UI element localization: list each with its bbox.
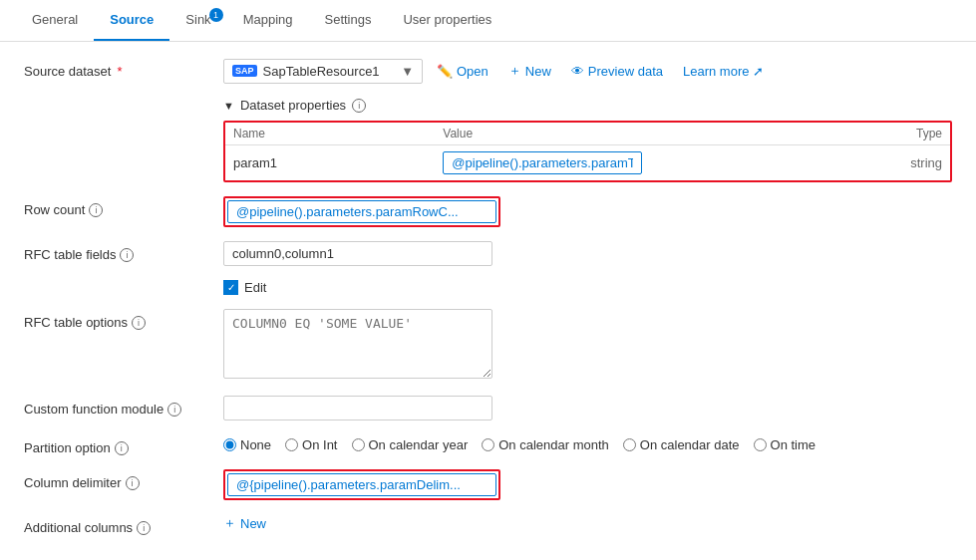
custom-function-input[interactable] [223, 396, 492, 420]
prop-table-header: Name Value Type [225, 123, 950, 145]
prop-table-row-param1: param1 string [225, 145, 950, 180]
source-dataset-label: Source dataset * [24, 58, 223, 79]
external-link-icon: ➚ [753, 64, 764, 79]
sap-icon: SAP [232, 65, 257, 77]
column-delimiter-label: Column delimiter i [24, 469, 223, 490]
custom-function-row: Custom function module i [24, 396, 952, 420]
preview-icon: 👁 [571, 64, 584, 79]
additional-columns-row: Additional columns i ＋ New [24, 514, 952, 535]
partition-option-label: Partition option i [24, 434, 223, 455]
rfc-table-fields-control [223, 241, 952, 266]
tab-sink[interactable]: Sink 1 [169, 0, 226, 41]
new-button[interactable]: ＋ New [502, 58, 557, 84]
source-dataset-row: Source dataset * SAP SapTableResource1 ▼… [24, 58, 952, 84]
column-delimiter-input[interactable] [227, 473, 496, 496]
partition-option-row: Partition option i None On Int On calend… [24, 434, 952, 455]
row-count-input[interactable] [227, 200, 496, 223]
rfc-table-fields-row: RFC table fields i [24, 241, 952, 266]
edit-icon: ✏️ [437, 64, 453, 79]
radio-on-calendar-year[interactable]: On calendar year [352, 437, 469, 452]
additional-columns-info-icon[interactable]: i [137, 521, 151, 535]
radio-none[interactable]: None [223, 437, 271, 452]
rfc-table-fields-label: RFC table fields i [24, 241, 223, 262]
open-button[interactable]: ✏️ Open [431, 60, 494, 83]
row-count-row: Row count i [24, 196, 952, 227]
dataset-properties-info-icon[interactable]: i [352, 99, 366, 113]
radio-on-calendar-date[interactable]: On calendar date [623, 437, 740, 452]
row-count-info-icon[interactable]: i [89, 203, 103, 217]
rfc-table-options-info-icon[interactable]: i [132, 316, 146, 330]
plus-new-icon: ＋ [223, 514, 236, 532]
tab-user-properties[interactable]: User properties [387, 0, 507, 41]
row-count-control [223, 196, 952, 227]
sink-badge: 1 [209, 8, 223, 22]
tab-mapping[interactable]: Mapping [227, 0, 309, 41]
chevron-down-icon: ▼ [401, 64, 414, 79]
rfc-table-fields-info-icon[interactable]: i [120, 248, 134, 262]
row-count-label: Row count i [24, 196, 223, 217]
radio-on-calendar-month[interactable]: On calendar month [482, 437, 609, 452]
edit-checkbox-row: Edit [223, 280, 952, 295]
partition-radio-group: None On Int On calendar year On calendar… [223, 437, 952, 452]
custom-function-control [223, 396, 952, 420]
rfc-table-fields-input[interactable] [223, 241, 492, 266]
param1-value-input[interactable] [443, 151, 642, 174]
collapse-icon: ▼ [223, 100, 234, 112]
dataset-dropdown[interactable]: SAP SapTableResource1 ▼ [223, 59, 423, 84]
partition-option-control: None On Int On calendar year On calendar… [223, 437, 952, 452]
tab-source[interactable]: Source [94, 0, 169, 41]
rfc-table-options-control [223, 309, 952, 382]
add-columns-button[interactable]: ＋ New [223, 514, 266, 532]
dataset-properties-table: Name Value Type param1 string [223, 121, 952, 182]
additional-columns-label: Additional columns i [24, 514, 223, 535]
radio-on-time[interactable]: On time [754, 437, 816, 452]
edit-checkbox[interactable] [223, 280, 238, 295]
source-dataset-control: SAP SapTableResource1 ▼ ✏️ Open ＋ New 👁 … [223, 58, 952, 84]
additional-columns-control: ＋ New [223, 514, 952, 532]
custom-function-label: Custom function module i [24, 396, 223, 417]
radio-on-int[interactable]: On Int [285, 437, 337, 452]
preview-button[interactable]: 👁 Preview data [565, 60, 669, 83]
plus-icon: ＋ [508, 62, 521, 80]
column-delimiter-info-icon[interactable]: i [126, 476, 140, 490]
learn-more-link[interactable]: Learn more ➚ [677, 60, 770, 83]
tab-general[interactable]: General [16, 0, 94, 41]
dataset-properties-section: ▼ Dataset properties i Name Value Type p… [223, 98, 952, 182]
dataset-properties-header[interactable]: ▼ Dataset properties i [223, 98, 952, 113]
partition-option-info-icon[interactable]: i [115, 441, 129, 455]
tab-bar: General Source Sink 1 Mapping Settings U… [0, 0, 976, 42]
column-delimiter-control [223, 469, 952, 500]
custom-function-info-icon[interactable]: i [167, 403, 181, 417]
tab-settings[interactable]: Settings [309, 0, 388, 41]
column-delimiter-row: Column delimiter i [24, 469, 952, 500]
rfc-table-options-row: RFC table options i [24, 309, 952, 382]
rfc-table-options-textarea[interactable] [223, 309, 492, 379]
rfc-table-options-label: RFC table options i [24, 309, 223, 330]
